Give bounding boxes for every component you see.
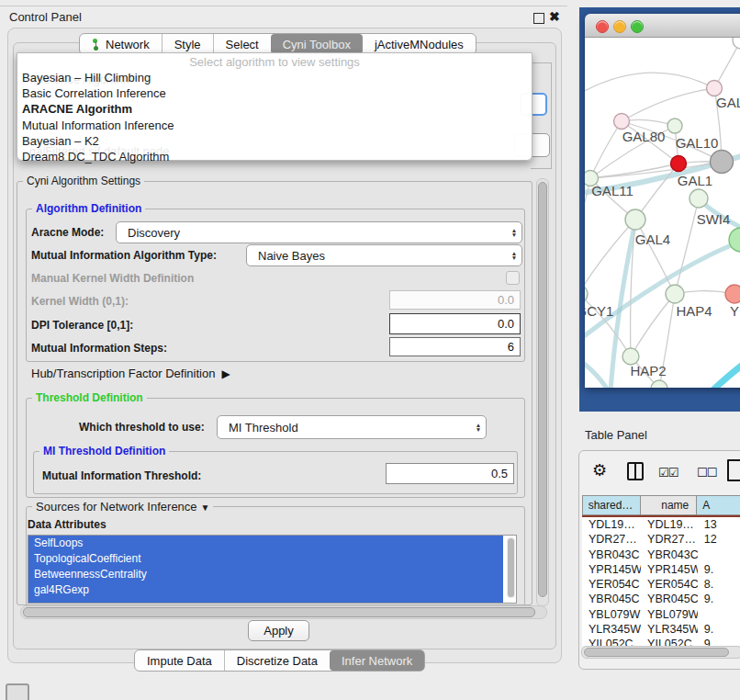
algorithm-option-bayesian-k2[interactable]: Bayesian – K2: [19, 133, 174, 149]
table-cell: YBL079W: [641, 607, 698, 622]
expand-right-icon: ▶: [221, 367, 230, 380]
aracne-mode-value: Discovery: [117, 226, 507, 240]
attribute-item-partial[interactable]: [28, 598, 503, 603]
panel-top-divider: [0, 6, 567, 6]
hub-transcription-factor-expander[interactable]: Hub/Transcription Factor Definition▶: [31, 367, 230, 380]
network-edge-thick[interactable]: [585, 357, 609, 388]
column-header-shared[interactable]: shared…: [582, 495, 641, 515]
attributes-scrollbar[interactable]: [507, 537, 515, 598]
settings-hscrollbar-thumb[interactable]: [23, 607, 535, 617]
table-horizontal-scrollbar[interactable]: [581, 646, 740, 659]
tab-discretize-data[interactable]: Discretize Data: [224, 650, 330, 671]
tab-select[interactable]: Select: [213, 34, 271, 54]
mi-algorithm-type-select[interactable]: Naive Bayes ▲ ▼: [246, 244, 522, 266]
network-graph[interactable]: GALGAL80GAL10GAL1GAL11SWI4GAL4GCY1HAP4YH…: [585, 38, 740, 388]
network-edge[interactable]: [590, 121, 622, 178]
network-canvas[interactable]: GALGAL80GAL10GAL1GAL11SWI4GAL4GCY1HAP4YH…: [585, 38, 740, 388]
mi-algorithm-type-label: Mutual Information Algorithm Type:: [31, 249, 217, 262]
table-row[interactable]: YLR345WYLR345W9.: [582, 622, 740, 637]
attribute-item-selfloops[interactable]: SelfLoops: [28, 536, 503, 551]
which-threshold-select[interactable]: MI Threshold ▲ ▼: [217, 415, 487, 439]
column-header-a[interactable]: A: [696, 495, 740, 515]
mi-threshold-field[interactable]: [386, 463, 514, 484]
network-edge-thick[interactable]: [585, 242, 740, 343]
tab-jactivemnodules[interactable]: jActiveMNodules: [363, 34, 476, 54]
table-row[interactable]: YPR145WYPR145W9.: [582, 562, 740, 577]
tab-infer-network[interactable]: Infer Network: [330, 650, 424, 671]
network-node-gal10[interactable]: [667, 119, 682, 133]
unselect-all-columns-icon[interactable]: ☐☐: [697, 466, 716, 480]
algorithm-option-aracne-algorithm[interactable]: ARACNE Algorithm: [19, 101, 174, 117]
sources-expander[interactable]: Sources for Network Inference▼: [32, 500, 213, 514]
network-node-gal[interactable]: [707, 81, 723, 96]
table-row[interactable]: YBL079WYBL079W: [582, 607, 740, 622]
column-header-name[interactable]: name: [640, 495, 697, 515]
tab-style[interactable]: Style: [162, 34, 213, 54]
network-edge[interactable]: [622, 88, 714, 121]
network-edge[interactable]: [675, 198, 699, 294]
settings-vertical-scrollbar[interactable]: [536, 178, 549, 606]
data-attributes-list: SelfLoopsTopologicalCoefficientBetweenne…: [28, 535, 517, 604]
mi-steps-label: Mutual Information Steps:: [31, 342, 167, 355]
settings-vscrollbar-thumb[interactable]: [538, 182, 547, 597]
table-row[interactable]: YDR27…YDR27…12: [582, 532, 740, 547]
network-edge-thick[interactable]: [712, 359, 740, 388]
gear-icon[interactable]: ⚙: [592, 460, 607, 480]
node-table: shared…nameA YDL19…YDL19…13YDR27…YDR27…1…: [582, 495, 740, 646]
network-node-gal4[interactable]: [625, 209, 645, 230]
table-row[interactable]: YIL052CYIL052C9.: [582, 637, 740, 646]
attributes-scrollbar-thumb[interactable]: [508, 538, 514, 597]
export-table-icon[interactable]: [727, 459, 740, 481]
algorithm-dropdown-list: Bayesian – Hill ClimbingBasic Correlatio…: [19, 70, 174, 164]
network-icon: [92, 39, 101, 51]
network-node-gal1[interactable]: [671, 156, 687, 172]
tab-network[interactable]: Network: [80, 34, 162, 54]
network-node[interactable]: [729, 228, 740, 252]
algorithm-option-basic-correlation-inference[interactable]: Basic Correlation Inference: [19, 85, 174, 101]
attribute-item-gal4rgexp[interactable]: gal4RGexp: [28, 582, 503, 598]
network-node-hap4[interactable]: [666, 285, 684, 303]
network-node-gal80[interactable]: [614, 114, 630, 130]
table-row[interactable]: YBR045CYBR045C9.: [582, 592, 740, 606]
window-close-icon[interactable]: [596, 20, 609, 33]
table-cell: 9.: [698, 592, 740, 606]
network-node[interactable]: [651, 380, 667, 388]
mi-steps-field[interactable]: [389, 337, 521, 356]
float-panel-icon[interactable]: [533, 13, 544, 24]
manual-kernel-width-checkbox[interactable]: [506, 271, 520, 285]
network-node[interactable]: [733, 38, 740, 49]
table-hscrollbar-thumb[interactable]: [584, 648, 729, 657]
network-node-label: GAL80: [622, 129, 666, 144]
close-panel-icon[interactable]: ✖: [549, 9, 560, 24]
select-all-columns-icon[interactable]: ☑☑: [658, 466, 678, 480]
algorithm-option-bayesian-hill-climbing[interactable]: Bayesian – Hill Climbing: [19, 70, 174, 85]
app-root: Control Panel ✖ NetworkStyleSelectCyni T…: [0, 0, 740, 700]
apply-button[interactable]: Apply: [248, 620, 309, 641]
table-row[interactable]: YDL19…YDL19…13: [582, 517, 740, 532]
network-node-y[interactable]: [725, 285, 740, 303]
dpi-tolerance-field[interactable]: [389, 313, 521, 334]
network-window-titlebar[interactable]: [585, 14, 740, 38]
dpi-tolerance-label: DPI Tolerance [0,1]:: [31, 319, 133, 332]
tab-impute-data[interactable]: Impute Data: [135, 650, 224, 671]
network-edge[interactable]: [631, 294, 675, 356]
kernel-width-field[interactable]: [389, 290, 521, 310]
threshold-definition-title: Threshold Definition: [32, 391, 147, 404]
tab-cyni-toolbox[interactable]: Cyni Toolbox: [271, 34, 363, 54]
window-zoom-icon[interactable]: [631, 20, 644, 33]
table-row[interactable]: YBR043CYBR043C: [582, 548, 740, 562]
attribute-item-betweennesscentrality[interactable]: BetweennessCentrality: [28, 567, 503, 582]
network-node-swi4[interactable]: [690, 189, 708, 208]
settings-horizontal-scrollbar[interactable]: [20, 605, 547, 619]
mi-threshold-definition-title: MI Threshold Definition: [39, 445, 169, 457]
minimized-panel-icon[interactable]: [6, 683, 29, 700]
algorithm-option-dream8-dc-tdc-algorithm[interactable]: Dream8 DC_TDC Algorithm: [19, 149, 174, 164]
window-minimize-icon[interactable]: [613, 20, 626, 33]
attribute-item-topologicalcoefficient[interactable]: TopologicalCoefficient: [28, 551, 503, 567]
table-row[interactable]: YER054CYER054C8.: [582, 577, 740, 592]
algorithm-option-mutual-information-inference[interactable]: Mutual Information Inference: [19, 118, 174, 133]
node-table-body: YDL19…YDL19…13YDR27…YDR27…12YBR043CYBR04…: [582, 517, 740, 646]
columns-icon[interactable]: [627, 462, 644, 480]
aracne-mode-select[interactable]: Discovery ▲ ▼: [116, 221, 522, 243]
network-node[interactable]: [711, 151, 734, 174]
